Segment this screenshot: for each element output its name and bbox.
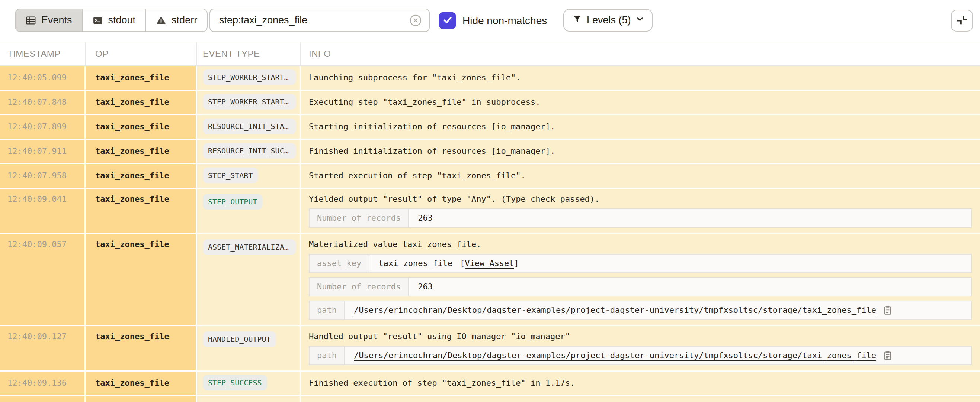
event-type-cell: RESOURCE_INIT_SUCC… (197, 140, 301, 163)
clear-search-icon[interactable] (409, 14, 422, 27)
log-rows: 12:40:05.099taxi_zones_fileSTEP_WORKER_S… (0, 66, 980, 402)
info-text: Yielded output "result" of type "Any". (… (309, 194, 972, 204)
log-viewer-toolbar: Events stdout stderr (0, 0, 980, 42)
path-link[interactable]: /Users/erincochran/Desktop/dagster-examp… (354, 305, 876, 315)
hide-non-matches-checkbox[interactable] (439, 12, 456, 29)
metadata-value-text: 263 (418, 213, 433, 223)
tab-stdout-label: stdout (108, 14, 136, 26)
event-type-badge: STEP_WORKER_STARTI… (203, 70, 296, 85)
copy-to-clipboard-icon[interactable] (882, 350, 893, 361)
log-type-tab-group: Events stdout stderr (15, 8, 208, 32)
timestamp-cell: 12:40:07.911 (0, 140, 86, 163)
metadata-value-text: 263 (418, 282, 433, 292)
event-type-badge: HANDLED_OUTPUT (203, 331, 276, 347)
timestamp-cell: 12:40:09.041 (0, 189, 86, 233)
timestamp-cell: 12:40:07.848 (0, 91, 86, 114)
timestamp-cell: 12:40:09.136 (0, 372, 86, 395)
log-row[interactable]: 12:40:05.099taxi_zones_fileSTEP_WORKER_S… (0, 66, 980, 91)
metadata-value: 263 (409, 278, 971, 296)
event-type-cell: STEP_OUTPUT (197, 189, 301, 233)
info-cell: Finished execution of step "taxi_zones_f… (301, 372, 980, 395)
warning-icon (156, 15, 167, 26)
info-text: Materialized value taxi_zones_file. (309, 239, 972, 250)
event-type-badge: STEP_WORKER_STARTED (203, 94, 296, 109)
info-cell: Handled output "result" using IO manager… (301, 326, 980, 370)
log-filter-searchbox (210, 8, 430, 32)
info-cell: Launching subprocess for "taxi_zones_fil… (301, 66, 980, 90)
event-type-cell: HANDLED_OUTPUT (197, 326, 301, 370)
timestamp-cell: 12:40:09.127 (0, 326, 86, 370)
metadata-table: asset_keytaxi_zones_file[View Asset] (309, 254, 972, 273)
event-type-cell: STEP_WORKER_STARTI… (197, 66, 301, 90)
event-type-cell: STEP_SUCCESS (197, 372, 301, 395)
info-cell: Yielded output "result" of type "Any". (… (301, 189, 980, 233)
event-type-badge: RESOURCE_INIT_SUCC… (203, 143, 296, 159)
log-row[interactable]: 12:40:07.899taxi_zones_fileRESOURCE_INIT… (0, 115, 980, 140)
log-row[interactable]: 12:40:09.057taxi_zones_fileASSET_MATERIA… (0, 234, 980, 326)
hide-non-matches-label[interactable]: Hide non-matches (463, 0, 547, 42)
metadata-label: asset_key (310, 255, 369, 272)
metadata-value: /Users/erincochran/Desktop/dagster-examp… (345, 347, 971, 364)
timestamp-cell: 12:40:09.057 (0, 234, 86, 325)
metadata-value: 263 (409, 209, 971, 227)
op-cell: taxi_zones_file (86, 91, 197, 114)
log-row[interactable]: 12:40:07.958taxi_zones_fileSTEP_STARTSta… (0, 164, 980, 189)
metadata-label: path (310, 301, 345, 319)
table-icon (25, 15, 37, 26)
levels-button-label: Levels (5) (587, 14, 631, 26)
metadata-label: Number of records (310, 278, 409, 296)
tab-stderr[interactable]: stderr (146, 9, 207, 31)
metadata-table: path/Users/erincochran/Desktop/dagster-e… (309, 301, 972, 320)
checkmark-icon (441, 14, 454, 28)
tab-events[interactable]: Events (16, 9, 83, 31)
log-row[interactable]: 12:40:09.127taxi_zones_fileHANDLED_OUTPU… (0, 326, 980, 372)
info-cell: Executing step "taxi_zones_file" in subp… (301, 91, 980, 114)
open-bracket: [ (460, 259, 465, 268)
column-header-info[interactable]: INFO (301, 42, 980, 65)
view-asset-link-wrapper: [View Asset] (460, 259, 519, 268)
timestamp-cell: 12:40:05.099 (0, 66, 86, 90)
metadata-value-text: taxi_zones_file (379, 259, 452, 268)
info-cell: Started execution of step "taxi_zones_fi… (301, 164, 980, 188)
terminal-icon (92, 15, 103, 26)
partial-cell (0, 396, 86, 402)
log-row[interactable]: 12:40:09.136taxi_zones_fileSTEP_SUCCESSF… (0, 372, 980, 396)
log-row[interactable]: 12:40:07.848taxi_zones_fileSTEP_WORKER_S… (0, 91, 980, 115)
levels-filter-button[interactable]: Levels (5) (563, 9, 652, 32)
op-cell: taxi_zones_file (86, 115, 197, 139)
info-text: Handled output "result" using IO manager… (309, 331, 972, 342)
log-row[interactable]: 12:40:07.911taxi_zones_fileRESOURCE_INIT… (0, 140, 980, 164)
tab-stdout[interactable]: stdout (83, 9, 146, 31)
op-cell: taxi_zones_file (86, 372, 197, 395)
info-text: Finished initialization of resources [io… (309, 146, 972, 157)
event-type-badge: STEP_OUTPUT (203, 194, 262, 209)
info-text: Launching subprocess for "taxi_zones_fil… (309, 73, 972, 83)
op-cell: taxi_zones_file (86, 326, 197, 370)
search-input[interactable] (219, 14, 409, 26)
metadata-label: Number of records (310, 209, 409, 227)
copy-to-clipboard-icon[interactable] (882, 305, 893, 316)
column-header-timestamp[interactable]: TIMESTAMP (0, 42, 86, 65)
info-text: Executing step "taxi_zones_file" in subp… (309, 97, 972, 108)
op-cell: taxi_zones_file (86, 164, 197, 188)
column-header-event-type[interactable]: EVENT TYPE (197, 42, 301, 65)
log-table-header: TIMESTAMP OP EVENT TYPE INFO (0, 42, 980, 66)
metadata-table: path/Users/erincochran/Desktop/dagster-e… (309, 346, 972, 365)
close-bracket: ] (514, 259, 519, 268)
event-type-cell: STEP_WORKER_STARTED (197, 91, 301, 114)
metadata-label: path (310, 347, 345, 364)
op-cell: taxi_zones_file (86, 140, 197, 163)
metadata-value: taxi_zones_file[View Asset] (369, 255, 971, 272)
view-asset-link[interactable]: View Asset (465, 259, 514, 268)
metadata-table: Number of records263 (309, 209, 972, 228)
collapse-panel-icon (956, 14, 968, 27)
log-row[interactable]: 12:40:09.041taxi_zones_fileSTEP_OUTPUTYi… (0, 189, 980, 234)
column-header-op[interactable]: OP (86, 42, 197, 65)
info-text: Started execution of step "taxi_zones_fi… (309, 171, 972, 181)
collapse-panel-button[interactable] (951, 9, 973, 32)
path-link[interactable]: /Users/erincochran/Desktop/dagster-examp… (354, 351, 876, 360)
filter-icon (572, 14, 582, 27)
log-row-partial[interactable] (0, 396, 980, 402)
op-cell: taxi_zones_file (86, 66, 197, 90)
partial-cell (86, 396, 197, 402)
